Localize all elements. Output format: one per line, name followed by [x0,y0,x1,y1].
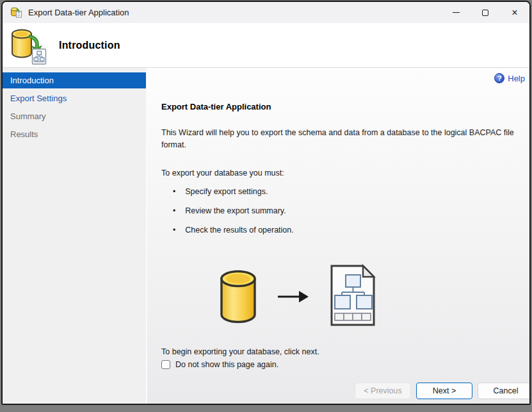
page-title: Introduction [59,40,120,51]
wizard-button-row: < Previous Next > Cancel [355,383,531,399]
app-icon [10,7,22,18]
content-body: Export Data-tier Application This Wizard… [147,68,531,369]
content-panel: ? Help Export Data-tier Application This… [147,68,531,404]
minimize-icon [453,12,460,13]
wizard-header: Introduction [3,23,529,68]
bullet-icon: • [173,186,175,197]
export-dac-icon [10,28,47,65]
sidebar-item-introduction[interactable]: Introduction [3,72,146,88]
window-controls: × [441,2,529,23]
checkbox-label[interactable]: Do not show this page again. [175,360,278,369]
list-item: • Check the results of operation. [161,225,523,235]
wizard-steps-sidebar: Introduction Export Settings Summary Res… [3,68,147,404]
help-icon: ? [494,73,504,83]
wizard-window: Export Data-tier Application × [1,1,531,405]
bullet-icon: • [173,206,175,216]
sidebar-item-summary: Summary [3,108,146,124]
next-button[interactable]: Next > [416,383,472,399]
database-icon [219,270,257,324]
window-title: Export Data-tier Application [28,8,129,17]
bullet-icon: • [173,225,175,235]
dont-show-again-checkbox[interactable] [161,360,170,369]
maximize-button[interactable] [471,2,500,23]
sidebar-item-export-settings[interactable]: Export Settings [3,90,146,106]
close-icon: × [512,7,517,19]
close-button[interactable]: × [500,2,529,23]
dont-show-again-row: Do not show this page again. [161,360,523,369]
step-text: Check the results of operation. [185,225,294,235]
minimize-button[interactable] [441,2,471,23]
step-text: Review the export summary. [185,206,286,216]
previous-button[interactable]: < Previous [355,383,411,399]
list-item: • Review the export summary. [161,206,523,216]
steps-intro: To export your database you must: [161,169,523,177]
sidebar-item-results: Results [3,126,146,142]
content-heading: Export Data-tier Application [161,102,523,111]
begin-export-note: To begin exporting your database, click … [161,347,523,356]
help-label: Help [508,74,525,83]
export-illustration [161,265,523,329]
bacpac-file-icon [328,264,377,327]
step-text: Specify export settings. [185,186,268,197]
title-bar: Export Data-tier Application × [3,2,529,23]
cancel-button[interactable]: Cancel [478,383,531,399]
wizard-description: This Wizard will help you to export the … [161,127,523,151]
main-area: Introduction Export Settings Summary Res… [3,68,529,404]
arrow-right-icon [277,289,309,304]
list-item: • Specify export settings. [161,186,523,197]
steps-list: • Specify export settings. • Review the … [161,186,523,235]
maximize-icon [482,10,488,16]
help-link[interactable]: ? Help [494,73,525,83]
